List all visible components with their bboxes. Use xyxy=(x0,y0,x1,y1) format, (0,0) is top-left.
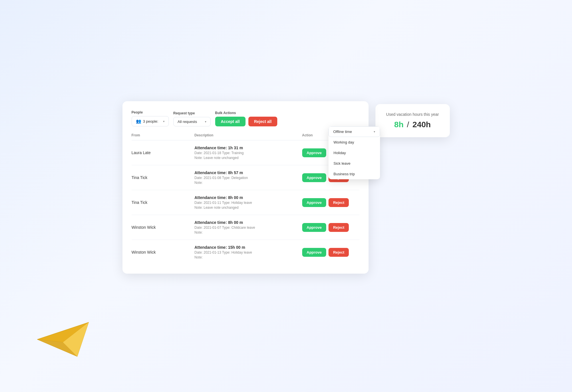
table-row: Winston Wick Attendance time: 8h 00 m Da… xyxy=(132,215,359,240)
desc-meta2: Note: xyxy=(195,230,302,234)
action-cell: Approve Reject xyxy=(302,248,359,257)
side-card-value: 8h / 240h xyxy=(382,120,443,129)
approve-button[interactable]: Approve xyxy=(302,173,326,182)
offline-time-trigger[interactable]: Offline time ▾ xyxy=(328,126,380,137)
card-wrapper: People 👥 3 people: ▾ Request type All re… xyxy=(122,101,369,274)
desc-meta2: Note: Leave note unchanged xyxy=(195,156,302,160)
action-cell: Approve Reject xyxy=(302,198,359,207)
request-type-label: Request type xyxy=(173,111,211,115)
main-container: People 👥 3 people: ▾ Request type All re… xyxy=(122,101,450,274)
accept-all-button[interactable]: Accept all xyxy=(215,117,246,126)
people-select-value: 3 people: xyxy=(143,119,159,124)
desc-title: Attendance time: 8h 00 m xyxy=(195,220,302,225)
reject-button[interactable]: Reject xyxy=(328,223,349,232)
approve-button[interactable]: Approve xyxy=(302,198,326,207)
dropdown-item[interactable]: Sick leave xyxy=(328,158,380,169)
bulk-buttons: Accept all Reject all xyxy=(215,117,278,126)
person-name: Winston Wick xyxy=(132,225,195,230)
desc-meta2: Note: xyxy=(195,181,302,185)
side-card-used: 8h xyxy=(394,120,404,129)
offline-time-label: Offline time xyxy=(333,130,352,134)
side-card-title: Used vacation hours this year xyxy=(382,112,443,117)
desc-meta1: Date: 2021-01-07 Type: Childcare leave xyxy=(195,226,302,230)
request-type-value: All requests xyxy=(178,120,197,124)
desc-meta2: Note: xyxy=(195,255,302,259)
people-select[interactable]: 👥 3 people: ▾ xyxy=(132,116,169,126)
person-name: Winston Wick xyxy=(132,250,195,254)
side-card-separator: / xyxy=(405,120,411,129)
description-cell: Attendance time: 15h 00 m Date: 2021-01-… xyxy=(195,245,302,259)
table-row: Tina Tick Attendance time: 8h 57 m Date:… xyxy=(132,165,359,190)
desc-meta1: Date: 2021-01-08 Type: Delegation xyxy=(195,176,302,180)
reject-button[interactable]: Reject xyxy=(328,248,349,257)
people-filter-group: People 👥 3 people: ▾ xyxy=(132,110,169,126)
description-cell: Attendance time: 8h 00 m Date: 2021-01-0… xyxy=(195,220,302,234)
dropdown-items-container: Working dayHolidaySick leaveBusiness tri… xyxy=(328,137,380,179)
bulk-actions-label: Bulk Actions xyxy=(215,111,278,115)
approve-button[interactable]: Approve xyxy=(302,148,326,157)
people-icon: 👥 xyxy=(136,119,141,124)
offline-time-chevron-icon: ▾ xyxy=(374,130,375,133)
action-cell: Approve Reject xyxy=(302,223,359,232)
toolbar: People 👥 3 people: ▾ Request type All re… xyxy=(132,110,359,126)
desc-meta1: Date: 2021-01-18 Type: Training xyxy=(195,151,302,155)
header-description: Description xyxy=(195,133,302,137)
reject-all-button[interactable]: Reject all xyxy=(248,117,277,126)
description-cell: Attendance time: 1h 31 m Date: 2021-01-1… xyxy=(195,146,302,160)
person-name: Tina Tick xyxy=(132,175,195,180)
person-name: Laura Late xyxy=(132,150,195,155)
description-cell: Attendance time: 8h 00 m Date: 2021-01-1… xyxy=(195,195,302,210)
desc-title: Attendance time: 8h 57 m xyxy=(195,170,302,175)
bulk-actions-group: Bulk Actions Accept all Reject all xyxy=(215,111,278,126)
request-type-filter-group: Request type All requests ▾ xyxy=(173,111,211,126)
table-body: Laura Late Attendance time: 1h 31 m Date… xyxy=(132,140,359,264)
dropdown-item[interactable]: Holiday xyxy=(328,148,380,158)
people-chevron-icon: ▾ xyxy=(163,120,165,123)
offline-time-dropdown: Offline time ▾ Working dayHolidaySick le… xyxy=(328,126,380,179)
person-name: Tina Tick xyxy=(132,200,195,205)
paper-plane-decoration xyxy=(34,317,92,363)
people-label: People xyxy=(132,110,169,114)
description-cell: Attendance time: 8h 57 m Date: 2021-01-0… xyxy=(195,170,302,185)
request-type-select[interactable]: All requests ▾ xyxy=(173,117,211,126)
approve-button[interactable]: Approve xyxy=(302,248,326,257)
table-row: Laura Late Attendance time: 1h 31 m Date… xyxy=(132,140,359,165)
dropdown-item[interactable]: Business trip xyxy=(328,169,380,179)
desc-meta1: Date: 2021-01-13 Type: Holiday leave xyxy=(195,250,302,254)
desc-title: Attendance time: 15h 00 m xyxy=(195,245,302,250)
request-type-chevron-icon: ▾ xyxy=(205,120,206,123)
reject-button[interactable]: Reject xyxy=(328,198,349,207)
table-row: Winston Wick Attendance time: 15h 00 m D… xyxy=(132,240,359,264)
side-card-total: 240h xyxy=(413,120,431,129)
desc-title: Attendance time: 8h 00 m xyxy=(195,195,302,200)
side-card: Used vacation hours this year 8h / 240h xyxy=(375,104,450,137)
table-row: Tina Tick Attendance time: 8h 00 m Date:… xyxy=(132,190,359,215)
desc-meta2: Note: Leave note unchanged xyxy=(195,206,302,210)
dropdown-item[interactable]: Working day xyxy=(328,137,380,148)
table-headers: From Description Action xyxy=(132,133,359,140)
desc-meta1: Date: 2021-01-11 Type: Holiday leave xyxy=(195,201,302,205)
header-from: From xyxy=(132,133,195,137)
approve-button[interactable]: Approve xyxy=(302,223,326,232)
desc-title: Attendance time: 1h 31 m xyxy=(195,146,302,150)
